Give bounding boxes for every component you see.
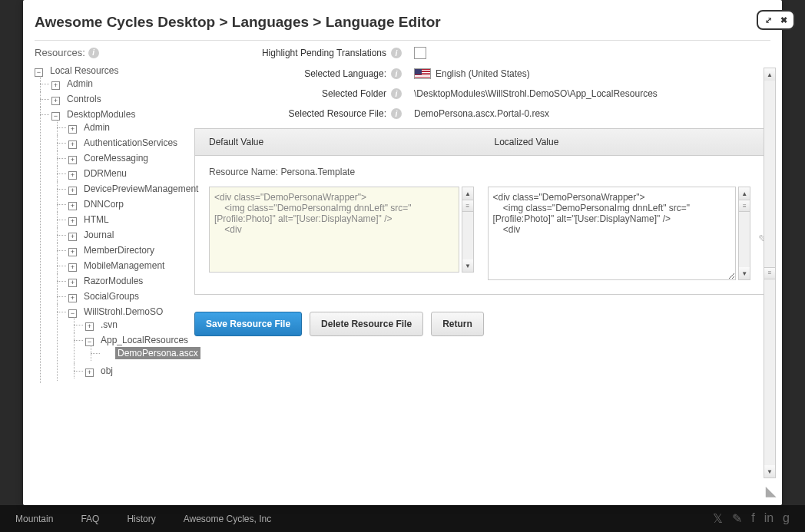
- maximize-button[interactable]: ⤢: [761, 13, 775, 27]
- tree-node[interactable]: Controls: [65, 93, 104, 105]
- info-icon[interactable]: i: [391, 108, 402, 119]
- scroll-track[interactable]: [764, 81, 775, 267]
- tree-node[interactable]: Journal: [81, 229, 116, 241]
- tree-node[interactable]: RazorModules: [81, 275, 145, 287]
- sidebar-title: Resources: i: [35, 47, 181, 58]
- scroll-track[interactable]: [764, 279, 775, 466]
- scroll-down-icon[interactable]: ▼: [462, 259, 472, 272]
- localized-value-textarea[interactable]: [488, 187, 737, 280]
- tree-expand-icon[interactable]: +: [68, 294, 77, 302]
- return-button[interactable]: Return: [431, 312, 484, 336]
- pending-label: Highlight Pending Translations: [262, 48, 386, 58]
- divider: [35, 40, 770, 41]
- tree-node[interactable]: MobileManagement: [81, 259, 167, 272]
- scroll-grip-icon[interactable]: ≡: [462, 200, 472, 212]
- tree-node[interactable]: DesktopModules: [65, 108, 137, 121]
- facebook-icon[interactable]: f: [751, 511, 754, 526]
- tree-expand-icon[interactable]: +: [68, 233, 77, 241]
- tree-node[interactable]: DDRMenu: [81, 167, 129, 180]
- selected-language-value: English (United States): [436, 68, 530, 79]
- delete-button[interactable]: Delete Resource File: [310, 312, 423, 336]
- col-default-header: Default Value: [195, 129, 481, 155]
- tree-expand-icon[interactable]: +: [51, 81, 60, 90]
- tree-collapse-icon[interactable]: −: [85, 338, 94, 346]
- info-icon[interactable]: i: [391, 88, 402, 99]
- col-localized-header: Localized Value: [481, 129, 767, 155]
- tree-expand-icon[interactable]: +: [68, 248, 77, 256]
- tree-node[interactable]: App_LocalResources: [98, 334, 190, 346]
- info-icon[interactable]: i: [391, 68, 402, 79]
- breadcrumb: Awesome Cycles Desktop > Languages > Lan…: [23, 0, 782, 40]
- language-editor-modal: Awesome Cycles Desktop > Languages > Lan…: [23, 0, 782, 505]
- tree-node[interactable]: SocialGroups: [81, 290, 141, 302]
- editor-panel: Default Value Localized Value Resource N…: [194, 128, 767, 295]
- tree-collapse-icon[interactable]: −: [35, 68, 43, 77]
- tree-expand-icon[interactable]: +: [85, 322, 94, 331]
- scroll-grip-icon[interactable]: ≡: [739, 200, 750, 212]
- scroll-up-icon[interactable]: ▲: [764, 68, 775, 81]
- tree-expand-icon[interactable]: +: [51, 97, 60, 105]
- folder-label: Selected Folder: [322, 88, 386, 99]
- tree-expand-icon[interactable]: +: [68, 171, 77, 180]
- resize-handle-icon[interactable]: ◢: [764, 487, 780, 497]
- pending-checkbox[interactable]: [414, 47, 426, 59]
- close-button[interactable]: ✖: [777, 13, 790, 27]
- scroll-grip-icon[interactable]: ≡: [764, 267, 775, 279]
- google-icon[interactable]: g: [783, 511, 790, 526]
- resource-name-label: Resource Name:: [209, 167, 278, 177]
- tree-node[interactable]: DevicePreviewManagement: [81, 183, 200, 195]
- us-flag-icon: [414, 68, 431, 79]
- tree-node[interactable]: MemberDirectory: [81, 244, 157, 256]
- tree-node[interactable]: .svn: [98, 319, 120, 331]
- tree-expand-icon[interactable]: +: [68, 263, 77, 272]
- tree-node[interactable]: WillStrohl.DemoSO: [81, 306, 165, 318]
- tree-collapse-icon[interactable]: −: [51, 112, 60, 121]
- tree-expand-icon[interactable]: +: [68, 156, 77, 164]
- tree-node[interactable]: AuthenticationServices: [81, 137, 180, 149]
- footer-link[interactable]: History: [127, 514, 155, 524]
- window-controls: ⤢ ✖: [757, 10, 795, 30]
- scroll-up-icon[interactable]: ▲: [739, 187, 750, 200]
- tree-node[interactable]: HTML: [81, 213, 111, 226]
- tree-expand-icon[interactable]: +: [85, 368, 94, 377]
- save-button[interactable]: Save Resource File: [194, 312, 302, 336]
- linkedin-icon[interactable]: in: [764, 511, 774, 526]
- tree-expand-icon[interactable]: +: [68, 125, 77, 134]
- tree-expand-icon[interactable]: +: [68, 279, 77, 287]
- tree-node[interactable]: Admin: [81, 121, 112, 134]
- tree-expand-icon[interactable]: +: [68, 217, 77, 226]
- tree-node[interactable]: Admin: [65, 78, 95, 90]
- tree-node-local-resources[interactable]: Local Resources: [48, 64, 121, 77]
- footer-link[interactable]: FAQ: [81, 514, 99, 524]
- resources-sidebar: Resources: i −Local Resources +Admin +Co…: [35, 47, 181, 385]
- tree-expand-icon[interactable]: +: [68, 140, 77, 149]
- scroll-up-icon[interactable]: ▲: [462, 187, 472, 200]
- resource-name-value: Persona.Template: [280, 167, 355, 177]
- default-value-textarea: [209, 187, 459, 273]
- info-icon[interactable]: i: [88, 48, 99, 58]
- info-icon[interactable]: i: [391, 48, 402, 58]
- tree-node[interactable]: CoreMessaging: [81, 152, 151, 164]
- file-label: Selected Resource File:: [289, 108, 386, 119]
- editor-content: Highlight Pending Translationsi Selected…: [181, 47, 780, 385]
- twitter-icon[interactable]: 𝕏: [713, 511, 723, 526]
- tree-node[interactable]: DNNCorp: [81, 198, 126, 210]
- selected-folder-value: \DesktopModules\WillStrohl.DemoSO\App_Lo…: [414, 88, 658, 99]
- scroll-down-icon[interactable]: ▼: [764, 465, 775, 477]
- tree-collapse-icon[interactable]: −: [68, 309, 77, 318]
- selected-file-value: DemoPersona.ascx.Portal-0.resx: [414, 108, 549, 119]
- scroll-down-icon[interactable]: ▼: [739, 267, 750, 279]
- footer-link[interactable]: Awesome Cycles, Inc: [184, 514, 272, 524]
- scroll-track[interactable]: [739, 212, 750, 267]
- footer-link[interactable]: Mountain: [15, 514, 53, 524]
- blog-icon[interactable]: ✎: [732, 511, 742, 526]
- tree-selected-file[interactable]: DemoPersona.ascx: [115, 347, 200, 359]
- tree-expand-icon[interactable]: +: [68, 187, 77, 195]
- language-label: Selected Language:: [304, 68, 386, 79]
- tree-node[interactable]: obj: [98, 365, 115, 377]
- page-footer: Mountain FAQ History Awesome Cycles, Inc…: [0, 505, 805, 532]
- tree-expand-icon[interactable]: +: [68, 202, 77, 210]
- modal-scrollbar[interactable]: ▲ ≡ ▼: [764, 68, 776, 478]
- scroll-track[interactable]: [462, 212, 472, 259]
